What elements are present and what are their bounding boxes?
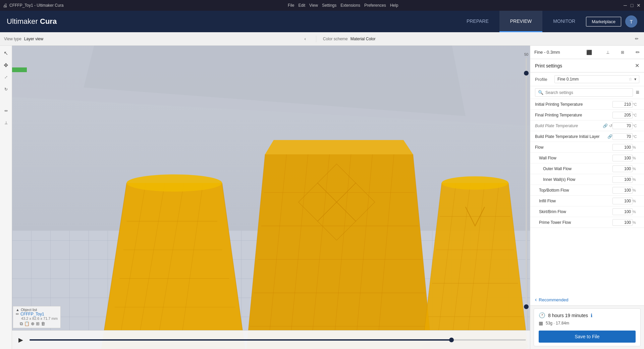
setting-row-wall-flow: Wall Flow % xyxy=(530,153,644,163)
avatar-button[interactable]: T xyxy=(625,15,637,28)
print-settings-panel: Print settings ✕ Profile Fine 0.1mm ☆ ▾ … xyxy=(530,59,644,305)
marketplace-button[interactable]: Marketplace xyxy=(586,17,621,27)
color-scheme-value: Material Color xyxy=(351,37,376,41)
profile-row: Profile Fine 0.1mm ☆ ▾ xyxy=(530,72,644,86)
slider-top-value: 50 xyxy=(524,52,528,56)
nav-tabs: PREPARE PREVIEW MONITOR xyxy=(456,11,586,32)
setting-value-input[interactable] xyxy=(612,165,633,172)
menu-extensions[interactable]: Extensions xyxy=(338,3,362,8)
reset-icon[interactable]: ↺ xyxy=(609,123,612,128)
group-icon[interactable]: ⊞ xyxy=(36,321,40,327)
setting-row-prime-flow: Prime Tower Flow % xyxy=(530,217,644,228)
menu-preferences[interactable]: Preferences xyxy=(362,3,388,8)
sidebar-move-tool[interactable]: ✥ xyxy=(1,60,11,70)
right-panel: Fine - 0.3mm ⬛ 20% ⊥ Off ⊞ Off ✏ xyxy=(530,46,644,349)
quality-edit-icon[interactable]: ✏ xyxy=(636,49,640,55)
menu-file[interactable]: File xyxy=(286,3,296,8)
setting-value-input[interactable] xyxy=(612,144,633,151)
setting-name: Final Printing Temperature xyxy=(535,113,612,117)
progress-thumb[interactable] xyxy=(449,338,454,342)
setting-unit: °C xyxy=(633,102,639,106)
nav-right: Marketplace T xyxy=(586,15,637,28)
object-name: CFFFP_Toy1 xyxy=(20,312,44,316)
setting-value-input[interactable] xyxy=(612,208,633,215)
setting-value-input[interactable] xyxy=(612,198,633,204)
sidebar-support-tool[interactable]: ⊥ xyxy=(1,118,11,128)
setting-value-input[interactable] xyxy=(612,112,633,118)
object-list-panel: ▲ Object list ✏ CFFFP_Toy1 43.2 x 82.6 x… xyxy=(13,306,61,328)
logo-bold: Cura xyxy=(40,17,57,26)
setting-row-flow: Flow % xyxy=(530,142,644,153)
progress-bar-container[interactable] xyxy=(30,339,526,341)
sidebar-select-tool[interactable]: ↖ xyxy=(1,48,11,58)
sidebar-scale-tool[interactable]: ⤢ xyxy=(1,72,11,82)
profile-select[interactable]: Fine 0.1mm ☆ ▾ xyxy=(554,75,639,83)
setting-value-input[interactable] xyxy=(612,122,633,129)
adhesion-value: Off xyxy=(626,50,631,55)
window-controls[interactable]: ─ □ ✕ xyxy=(623,3,641,8)
recommended-button[interactable]: ‹ Recommended xyxy=(530,294,644,305)
color-scheme-edit-icon[interactable]: ✏ xyxy=(633,36,640,42)
setting-value-input[interactable] xyxy=(612,187,633,194)
info-button[interactable]: ℹ xyxy=(591,313,592,318)
menu-edit[interactable]: Edit xyxy=(296,3,307,8)
info-panel: 🕐 8 hours 19 minutes ℹ ▦ 53g · 17.84m Sa… xyxy=(534,308,641,346)
save-to-file-button[interactable]: Save to File xyxy=(539,331,636,343)
setting-value-input[interactable] xyxy=(612,176,633,183)
adhesion-icon: ⊞ xyxy=(621,50,624,55)
slider-bottom-thumb[interactable] xyxy=(524,304,529,309)
quality-bar: Fine - 0.3mm ⬛ 20% ⊥ Off ⊞ Off ✏ xyxy=(530,46,644,59)
link-icon[interactable]: 🔗 xyxy=(607,134,612,139)
close-button[interactable]: ✕ xyxy=(636,3,641,8)
slider-top-thumb[interactable] xyxy=(524,71,529,76)
clock-icon: 🕐 xyxy=(539,312,545,318)
object-list-header: ▲ Object list xyxy=(16,308,58,312)
progress-track[interactable] xyxy=(30,339,526,341)
title-bar-title: CFFFP_Toy1 - Ultimaker Cura xyxy=(9,3,63,8)
link-icon[interactable]: 🔗 xyxy=(603,123,608,128)
setting-row-inner-wall-flow: Inner Wall(s) Flow % xyxy=(530,174,644,185)
setting-name: Inner Wall(s) Flow xyxy=(535,177,612,182)
view-type-arrow[interactable]: ‹ xyxy=(301,35,309,43)
setting-name: Initial Printing Temperature xyxy=(535,102,612,107)
setting-unit: % xyxy=(633,167,639,171)
title-bar-icon: 🖨 xyxy=(3,3,7,8)
menu-help[interactable]: Help xyxy=(388,3,400,8)
sidebar-rotate-tool[interactable]: ↻ xyxy=(1,85,11,94)
logo: Ultimaker Cura xyxy=(7,17,456,26)
menu-view[interactable]: View xyxy=(307,3,320,8)
settings-list: Initial Printing Temperature °C Final Pr… xyxy=(530,99,644,294)
setting-value-input[interactable] xyxy=(612,133,633,140)
duplicate-icon[interactable]: ⧉ xyxy=(20,321,23,327)
search-input[interactable] xyxy=(545,90,630,95)
layer-slider[interactable]: 50 xyxy=(523,52,529,322)
setting-value-input[interactable] xyxy=(612,101,633,108)
search-row: 🔍 ≡ xyxy=(530,86,644,99)
setting-unit: % xyxy=(633,145,639,149)
sidebar-mirror-tool[interactable]: ⇔ xyxy=(1,106,11,115)
menu-settings[interactable]: Settings xyxy=(320,3,338,8)
maximize-button[interactable]: □ xyxy=(629,3,635,8)
tab-prepare[interactable]: PREPARE xyxy=(456,11,499,32)
setting-name: Build Plate Temperature xyxy=(535,123,603,128)
minimize-button[interactable]: ─ xyxy=(623,3,628,8)
copy-icon[interactable]: 📋 xyxy=(24,321,30,327)
tab-preview[interactable]: PREVIEW xyxy=(499,11,543,32)
viewport[interactable]: 50 ▲ Object list ✏ CFFFP_Toy1 43.2 x 82.… xyxy=(12,46,530,349)
view-type-label: View type xyxy=(4,37,21,41)
merge-icon[interactable]: ⊕ xyxy=(31,321,35,327)
info-time-row: 🕐 8 hours 19 minutes ℹ xyxy=(539,312,636,318)
close-settings-button[interactable]: ✕ xyxy=(635,62,639,69)
setting-value-input[interactable] xyxy=(612,155,633,161)
tab-monitor[interactable]: MONITOR xyxy=(542,11,586,32)
play-button[interactable]: ▶ xyxy=(16,335,25,345)
setting-unit: °C xyxy=(633,135,639,139)
delete-icon[interactable]: 🗑 xyxy=(41,321,45,327)
setting-value-input[interactable] xyxy=(612,219,633,226)
profile-label: Profile xyxy=(535,77,552,82)
svg-point-18 xyxy=(127,174,222,192)
settings-menu-icon[interactable]: ≡ xyxy=(636,89,639,96)
profile-chevron-icon[interactable]: ▾ xyxy=(634,77,636,82)
profile-star-icon[interactable]: ☆ xyxy=(629,77,632,82)
setting-row-topbottom-flow: Top/Bottom Flow % xyxy=(530,185,644,196)
